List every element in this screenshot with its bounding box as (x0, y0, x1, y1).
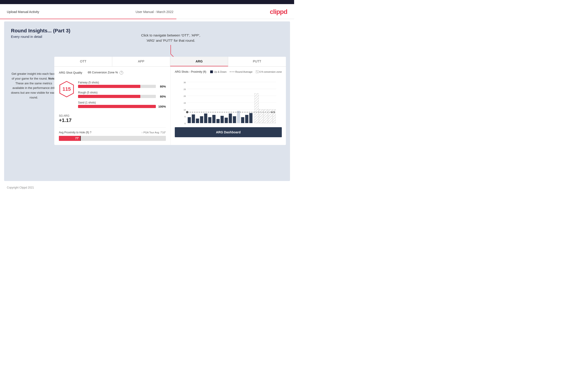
left-data-panel: ARG Shot Quality 6ft Conversion Zone % ?… (54, 67, 171, 145)
tab-arg[interactable]: ARG (170, 57, 228, 66)
svg-text:0: 0 (185, 122, 186, 125)
svg-rect-34 (229, 114, 232, 123)
rough-pct: 80% (158, 95, 166, 98)
chart-area: 0 5 10 15 20 25 30 (175, 75, 282, 125)
svg-rect-24 (188, 117, 191, 123)
sg-section: SG ARG +1.17 (59, 114, 166, 123)
footer: Copyright Clippd 2021 (0, 183, 294, 192)
chart-title: ARG Shots - Proximity (ft) (175, 70, 206, 73)
svg-text:25: 25 (184, 88, 186, 91)
manual-date-label: User Manual - March 2022 (136, 10, 173, 14)
svg-text:20: 20 (184, 95, 186, 97)
sand-label: Sand (1 shots) (78, 101, 166, 104)
proximity-avg: ↑ PGA Tour Avg: 7'10" (141, 131, 166, 134)
sand-pct: 100% (158, 105, 166, 108)
svg-rect-22 (268, 109, 272, 123)
svg-rect-30 (212, 115, 216, 123)
legend-6ft: 6 ft conversion zone (256, 70, 282, 73)
tabs-container: OTT APP ARG PUTT (54, 57, 286, 67)
rough-bar-fill (78, 95, 140, 98)
legend-dash-icon (230, 72, 234, 72)
legend-box-icon (210, 70, 213, 73)
legend-6ft-label: 6 ft conversion zone (259, 70, 282, 73)
svg-rect-35 (233, 116, 236, 123)
svg-rect-38 (245, 115, 249, 123)
annotation-text: Click to navigate between 'OTT', 'APP', … (141, 33, 200, 43)
proximity-bar-track: 77' (59, 136, 166, 141)
tab-ott[interactable]: OTT (54, 57, 112, 66)
legend-round-avg: Round Average (230, 70, 253, 73)
annotation-area: Click to navigate between 'OTT', 'APP', … (141, 33, 200, 59)
right-chart-panel: ARG Shots - Proximity (ft) Up & Down Rou… (171, 67, 286, 145)
fairway-bar-track (78, 85, 156, 88)
fairway-bar-fill (78, 85, 140, 88)
proximity-chart: 0 5 10 15 20 25 30 (175, 75, 282, 125)
sand-bar: 100% (78, 105, 166, 108)
proximity-cursor-icon (80, 136, 81, 141)
svg-text:15: 15 (184, 102, 186, 104)
svg-text:8: 8 (274, 111, 275, 114)
svg-rect-29 (208, 117, 212, 123)
svg-rect-39 (249, 113, 253, 123)
sand-bar-fill (78, 105, 156, 108)
shot-rows: Fairway (5 shots) 80% Rough (5 shots) (78, 81, 166, 111)
copyright-text: Copyright Clippd 2021 (7, 186, 34, 189)
proximity-heading: Avg Proximity to Hole (ft) ? ↑ PGA Tour … (59, 131, 166, 134)
card-panel: OTT APP ARG PUTT ARG Shot Quality 6ft Co… (54, 57, 286, 145)
svg-rect-31 (216, 119, 220, 123)
chart-header: ARG Shots - Proximity (ft) Up & Down Rou… (175, 70, 282, 73)
rough-bar-track (78, 95, 156, 98)
legend-round-avg-label: Round Average (235, 70, 253, 73)
fairway-bar: 80% (78, 85, 166, 88)
sg-label: SG ARG (59, 114, 166, 117)
svg-rect-32 (221, 116, 224, 123)
shot-row-rough: Rough (5 shots) 80% (78, 91, 166, 98)
svg-rect-33 (225, 118, 228, 123)
annotation-arrow-icon (164, 45, 178, 58)
rough-bar: 80% (78, 95, 166, 98)
fairway-label: Fairway (5 shots) (78, 81, 166, 84)
legend-hatch-icon (256, 70, 259, 73)
shot-row-sand: Sand (1 shots) 100% (78, 101, 166, 108)
sg-value: +1.17 (59, 117, 166, 123)
card-body: ARG Shot Quality 6ft Conversion Zone % ?… (54, 67, 286, 145)
svg-rect-19 (255, 93, 259, 123)
hex-value: 115 (62, 86, 71, 92)
hex-badge-wrapper: 115 Fairway (5 shots) 80% (59, 81, 166, 111)
help-icon[interactable]: ? (120, 71, 123, 75)
chart-legend: Up & Down Round Average 6 ft conversion … (210, 70, 282, 73)
svg-rect-21 (264, 109, 268, 123)
logo: clippd (270, 8, 287, 16)
arg-shot-quality-label: ARG Shot Quality (59, 71, 82, 74)
shot-row-fairway: Fairway (5 shots) 80% (78, 81, 166, 88)
svg-text:5: 5 (185, 116, 186, 118)
svg-rect-37 (241, 117, 244, 123)
proximity-bar-fill: 77' (59, 136, 80, 141)
svg-rect-25 (192, 114, 195, 123)
svg-text:30: 30 (184, 81, 186, 84)
sand-bar-track (78, 105, 156, 108)
svg-rect-28 (204, 114, 208, 123)
six-ft-label: 6ft Conversion Zone % ? (88, 71, 123, 75)
svg-rect-36 (237, 111, 240, 123)
tab-app[interactable]: APP (112, 57, 170, 66)
svg-rect-20 (259, 109, 263, 123)
arg-dashboard-button[interactable]: ARG Dashboard (175, 127, 282, 137)
proximity-value: 77' (75, 137, 79, 140)
legend-up-down: Up & Down (210, 70, 227, 73)
header: Upload Manual Activity User Manual - Mar… (0, 4, 294, 19)
top-bar (0, 0, 294, 4)
tab-putt[interactable]: PUTT (228, 57, 286, 66)
svg-rect-27 (200, 116, 203, 123)
svg-text:10: 10 (184, 109, 186, 111)
left-info-text: Get greater insight into each facet of y… (11, 72, 57, 100)
upload-label: Upload Manual Activity (7, 10, 39, 14)
left-info: Get greater insight into each facet of y… (11, 72, 57, 100)
legend-up-down-label: Up & Down (214, 70, 227, 73)
fairway-pct: 80% (158, 85, 166, 88)
header-divider (0, 19, 294, 19)
proximity-label: Avg Proximity to Hole (ft) ? (59, 131, 92, 134)
svg-rect-26 (196, 118, 199, 123)
proximity-section: Avg Proximity to Hole (ft) ? ↑ PGA Tour … (59, 127, 166, 141)
proximity-help-icon[interactable]: ? (90, 131, 92, 134)
